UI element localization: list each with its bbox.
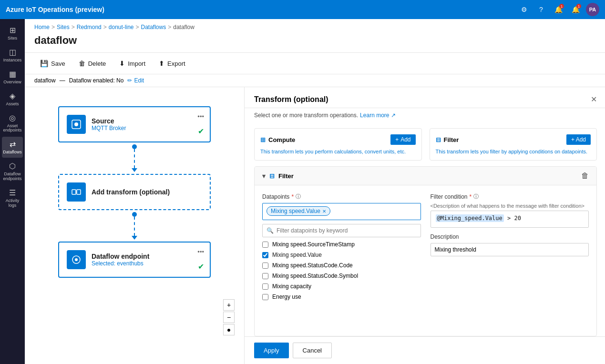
filter-condition-panel: Filter condition * ⓘ <Description of wha… <box>431 193 589 328</box>
source-node-info: Source MQTT Broker <box>92 117 202 131</box>
breadcrumb-current: dataflow <box>173 24 195 30</box>
transform-node-icon <box>67 182 86 202</box>
zoom-in-button[interactable]: + <box>223 299 235 311</box>
connector-line-2 <box>134 217 135 236</box>
checkbox-input-energy-use[interactable] <box>262 294 268 300</box>
checkbox-input-mixing-capacity[interactable] <box>262 283 268 290</box>
edit-icon: ✏ <box>127 77 132 84</box>
breadcrumb-sites[interactable]: Sites <box>57 24 70 30</box>
checkbox-input-statuscode-code[interactable] <box>262 263 268 269</box>
datapoint-tag-label: Mixing speed.Value <box>271 208 320 214</box>
notification-bell-icon[interactable]: 🔔1 <box>552 3 565 16</box>
endpoint-node[interactable]: Dataflow endpoint Selected: eventhubs ••… <box>58 242 211 278</box>
overview-icon: ▦ <box>9 70 16 79</box>
panel-title: Transform (optional) <box>254 95 328 104</box>
dataflows-icon: ⇄ <box>10 140 16 149</box>
filter-card-title: Filter <box>444 136 459 143</box>
checkbox-label-mixing-capacity: Mixing capacity <box>272 283 311 290</box>
description-input[interactable] <box>431 243 589 256</box>
checkbox-mixing-speed-sourcetimestamp[interactable]: Mixing speed.SourceTimeStamp <box>262 239 421 250</box>
zoom-reset-button[interactable]: ● <box>223 324 235 335</box>
breadcrumb-dataflows[interactable]: Dataflows <box>141 24 166 30</box>
checkbox-mixing-capacity[interactable]: Mixing capacity <box>262 281 421 292</box>
source-node-title: Source <box>92 117 202 125</box>
datapoints-box[interactable]: Mixing speed.Value ✕ <box>262 203 421 220</box>
learn-more-link[interactable]: Learn more ↗ <box>360 112 396 119</box>
save-button[interactable]: 💾 Save <box>34 57 71 70</box>
datapoints-search-input[interactable] <box>277 227 417 234</box>
breadcrumb-donut-line[interactable]: donut-line <box>109 24 134 30</box>
checkbox-label-statuscode-code: Mixing speed.StatusCode.Code <box>272 262 353 269</box>
checkbox-energy-use[interactable]: Energy use <box>262 292 421 302</box>
app-title: Azure IoT Operations (preview) <box>6 6 104 13</box>
connector-dot-1 <box>132 144 137 149</box>
sidebar-item-overview[interactable]: ▦ Overview <box>2 67 23 88</box>
filter-condition-box[interactable]: @Mixing_speed.Value > 20 <box>431 211 589 228</box>
connector-dot-2 <box>132 212 137 217</box>
sidebar-item-instances[interactable]: ◫ Instances <box>2 45 23 66</box>
sidebar-item-assets[interactable]: ◈ Assets <box>2 89 23 110</box>
export-button[interactable]: ⬆ Export <box>153 57 191 70</box>
edit-button[interactable]: ✏ Edit <box>127 77 144 84</box>
cancel-button[interactable]: Cancel <box>293 343 332 358</box>
panel-content: Transform (optional) ✕ Select one or mor… <box>245 87 605 364</box>
app-layout: ⊞ Sites ◫ Instances ▦ Overview ◈ Assets … <box>0 19 605 364</box>
export-icon: ⬆ <box>159 60 164 67</box>
panel-footer: Apply Cancel <box>245 336 605 364</box>
checkbox-mixing-speed-value[interactable]: Mixing speed.Value <box>262 250 421 260</box>
apply-button[interactable]: Apply <box>254 343 289 358</box>
checkbox-mixing-speed-statuscode-code[interactable]: Mixing speed.StatusCode.Code <box>262 260 421 271</box>
sidebar-item-asset-endpoints[interactable]: ◎ Asset endpoints <box>2 111 23 136</box>
compute-card: ⊞ Compute + + Add Add This transform let… <box>254 128 422 161</box>
external-link-icon: ↗ <box>391 112 396 119</box>
datapoints-info-icon[interactable]: ⓘ <box>296 193 301 200</box>
datapoints-search-box[interactable]: 🔍 <box>262 224 421 237</box>
sidebar-item-dataflow-endpoints[interactable]: ⬡ Dataflow endpoints <box>2 159 23 184</box>
import-icon: ⬇ <box>119 60 125 67</box>
filter-delete-button[interactable]: 🗑 <box>581 172 589 180</box>
zoom-out-button[interactable]: − <box>223 312 235 323</box>
notification-flag-icon[interactable]: 🔔1 <box>569 3 582 16</box>
endpoint-node-subtitle: Selected: eventhubs <box>92 260 202 267</box>
settings-icon[interactable]: ⚙ <box>517 3 531 16</box>
endpoint-node-menu[interactable]: ••• <box>197 248 204 255</box>
source-node[interactable]: Source MQTT Broker ••• ✔ <box>58 106 211 142</box>
checkbox-input-value[interactable] <box>262 252 268 258</box>
panel-close-button[interactable]: ✕ <box>591 95 597 104</box>
endpoint-node-status: ✔ <box>198 262 204 271</box>
help-icon[interactable]: ? <box>534 3 548 16</box>
source-node-status: ✔ <box>198 127 204 136</box>
filter-section: ▾ ⊟ Filter 🗑 Datapoints * <box>254 166 597 336</box>
filter-condition-required: * <box>470 193 472 200</box>
import-button[interactable]: ⬇ Import <box>113 57 151 70</box>
transform-node[interactable]: Add transform (optional) <box>58 174 211 210</box>
filter-card-description: This transform lets you filter by applyi… <box>436 149 591 154</box>
save-icon: 💾 <box>40 60 48 67</box>
sidebar-label-dataflow-endpoints: Dataflow endpoints <box>3 172 21 182</box>
checkbox-input-statuscode-symbol[interactable] <box>262 273 268 279</box>
dataflow-endpoints-icon: ⬡ <box>9 162 16 171</box>
sidebar-item-activity-logs[interactable]: ☰ Activity logs <box>2 185 23 211</box>
checkbox-label-value: Mixing speed.Value <box>272 252 322 258</box>
filter-collapse-button[interactable]: ▾ <box>262 172 266 180</box>
filter-condition-info-icon[interactable]: ⓘ <box>473 193 479 200</box>
sidebar-label-sites: Sites <box>8 36 17 41</box>
filter-section-header: ▾ ⊟ Filter 🗑 <box>255 167 596 185</box>
delete-button[interactable]: 🗑 Delete <box>73 57 112 70</box>
breadcrumb-home[interactable]: Home <box>34 24 50 30</box>
user-avatar[interactable]: PA <box>586 3 599 16</box>
sidebar-item-sites[interactable]: ⊞ Sites <box>2 23 23 44</box>
filter-add-button[interactable]: + Add <box>566 134 591 145</box>
breadcrumb-redmond[interactable]: Redmond <box>77 24 102 30</box>
source-node-menu[interactable]: ••• <box>197 113 204 120</box>
checkbox-input-sourcetimestamp[interactable] <box>262 242 268 248</box>
datapoint-tag-remove[interactable]: ✕ <box>322 209 326 214</box>
compute-add-button[interactable]: + + Add Add <box>390 134 415 145</box>
sidebar-item-dataflows[interactable]: ⇄ Dataflows <box>2 137 23 158</box>
toolbar: 💾 Save 🗑 Delete ⬇ Import ⬆ Export <box>25 52 605 74</box>
checkbox-mixing-speed-statuscode-symbol[interactable]: Mixing speed.StatusCode.Symbol <box>262 271 421 281</box>
datapoint-tag-mixing-speed-value: Mixing speed.Value ✕ <box>267 206 330 216</box>
flow-canvas[interactable]: Source MQTT Broker ••• ✔ <box>25 87 244 364</box>
compute-card-description: This transform lets you perform calculat… <box>260 149 416 154</box>
sidebar-label-dataflows: Dataflows <box>3 150 22 155</box>
